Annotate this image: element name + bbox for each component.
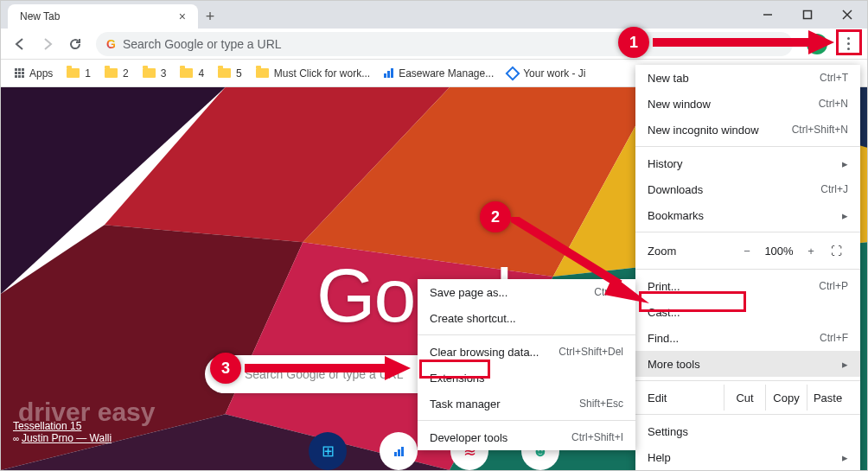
- submenu-create-shortcut[interactable]: Create shortcut...: [418, 305, 635, 331]
- toolbar: G Search Google or type a URL S: [1, 29, 867, 60]
- zoom-value: 100%: [760, 245, 798, 258]
- menu-more-tools[interactable]: More tools▸: [635, 351, 860, 377]
- forward-button[interactable]: [35, 32, 60, 56]
- menu-new-incognito[interactable]: New incognito windowCtrl+Shift+N: [635, 117, 860, 143]
- menu-label: Developer tools: [430, 431, 507, 444]
- menu-new-window[interactable]: New windowCtrl+N: [635, 91, 860, 117]
- submenu-dev-tools[interactable]: Developer toolsCtrl+Shift+I: [418, 424, 635, 450]
- menu-shortcut: Ctrl+J: [820, 183, 848, 195]
- folder-icon: [256, 68, 269, 78]
- shortcut-item[interactable]: ⊞: [309, 432, 347, 470]
- more-tools-submenu: Save page as...Ctrl+S Create shortcut...…: [418, 279, 635, 450]
- close-tab-icon[interactable]: ×: [179, 10, 186, 23]
- bookmark-folder[interactable]: 4: [175, 64, 209, 83]
- fullscreen-button[interactable]: ⛶: [824, 245, 848, 258]
- folder-label: 3: [161, 67, 167, 80]
- submenu-task-manager[interactable]: Task managerShift+Esc: [418, 391, 635, 417]
- folder-icon: [218, 68, 231, 78]
- annotation-step-1: 1: [618, 27, 649, 58]
- bookmark-item[interactable]: Your work - Ji: [502, 64, 590, 83]
- menu-cast[interactable]: Cast...: [635, 299, 860, 325]
- apps-button[interactable]: Apps: [10, 64, 58, 83]
- menu-label: Bookmarks: [648, 209, 704, 222]
- submenu-extensions[interactable]: Extensions: [418, 365, 635, 391]
- menu-print[interactable]: Print...Ctrl+P: [635, 273, 860, 299]
- bookmark-folder[interactable]: 5: [213, 64, 247, 83]
- ntp-search-placeholder: Search Google or type a URL: [245, 367, 404, 381]
- omnibox[interactable]: G Search Google or type a URL: [96, 32, 793, 56]
- folder-icon: [143, 68, 156, 78]
- copy-button[interactable]: Copy: [765, 385, 807, 411]
- paste-button[interactable]: Paste: [807, 385, 848, 411]
- bookmark-folder[interactable]: 3: [137, 64, 172, 83]
- menu-shortcut: Ctrl+Shift+N: [792, 124, 848, 136]
- cut-button[interactable]: Cut: [724, 385, 765, 411]
- folder-icon: [67, 68, 80, 78]
- menu-label: Save page as...: [430, 286, 507, 299]
- zoom-label: Zoom: [648, 245, 734, 258]
- tab-new-tab[interactable]: New Tab ×: [8, 4, 198, 29]
- apps-label: Apps: [29, 67, 53, 80]
- menu-edit-row: Edit Cut Copy Paste: [635, 385, 860, 411]
- menu-new-tab[interactable]: New tabCtrl+T: [635, 65, 860, 91]
- menu-shortcut: Ctrl+F: [820, 332, 848, 344]
- menu-shortcut: Ctrl+S: [594, 286, 623, 298]
- chrome-main-menu: New tabCtrl+T New windowCtrl+N New incog…: [635, 65, 860, 471]
- google-g-icon: G: [106, 37, 116, 51]
- back-button[interactable]: [8, 32, 32, 56]
- folder-icon: [180, 68, 193, 78]
- chart-icon: [384, 68, 393, 78]
- menu-label: Task manager: [430, 398, 501, 411]
- annotation-step-2: 2: [480, 201, 511, 232]
- menu-label: New incognito window: [648, 124, 759, 137]
- menu-downloads[interactable]: DownloadsCtrl+J: [635, 176, 860, 202]
- wallpaper-credit: Tessellation 15 ∞ Justin Prno — Walli: [13, 420, 112, 444]
- menu-help[interactable]: Help▸: [635, 444, 860, 470]
- apps-icon: [15, 68, 24, 78]
- wallpaper-author[interactable]: Justin Prno — Walli: [22, 432, 112, 444]
- menu-label: Find...: [648, 332, 679, 345]
- edit-label: Edit: [648, 391, 724, 404]
- bookmark-folder[interactable]: 1: [61, 64, 96, 83]
- menu-shortcut: Ctrl+T: [820, 72, 848, 84]
- submenu-save-page[interactable]: Save page as...Ctrl+S: [418, 279, 635, 305]
- folder-label: 2: [123, 67, 129, 80]
- bookmark-folder[interactable]: Must Click for work...: [251, 64, 375, 83]
- menu-label: Create shortcut...: [430, 312, 516, 325]
- new-tab-button[interactable]: +: [198, 4, 222, 29]
- omnibox-placeholder: Search Google or type a URL: [123, 37, 282, 51]
- menu-history[interactable]: History▸: [635, 150, 860, 176]
- menu-shortcut: Ctrl+Shift+I: [571, 431, 623, 443]
- bookmark-item[interactable]: Easeware Manage...: [379, 64, 499, 83]
- close-window-button[interactable]: [827, 1, 867, 29]
- menu-shortcut: Shift+Esc: [579, 398, 623, 410]
- shortcut-item[interactable]: [380, 432, 418, 470]
- menu-label: Clear browsing data...: [430, 346, 539, 359]
- chevron-right-icon: ▸: [842, 451, 848, 464]
- folder-label: 1: [85, 67, 91, 80]
- menu-label: Settings: [648, 425, 688, 438]
- chevron-right-icon: ▸: [842, 157, 848, 170]
- chrome-menu-button[interactable]: [836, 32, 860, 56]
- bookmark-label: Easeware Manage...: [399, 67, 494, 80]
- folder-icon: [105, 68, 118, 78]
- submenu-clear-browsing[interactable]: Clear browsing data...Ctrl+Shift+Del: [418, 339, 635, 365]
- bookmark-folder[interactable]: 2: [99, 64, 134, 83]
- wallpaper-title[interactable]: Tessellation 15: [13, 420, 81, 432]
- tab-title: New Tab: [20, 10, 60, 22]
- tab-strip: New Tab × +: [1, 1, 867, 29]
- menu-bookmarks[interactable]: Bookmarks▸: [635, 202, 860, 228]
- menu-label: Extensions: [430, 372, 485, 385]
- profile-avatar[interactable]: S: [807, 34, 827, 54]
- bookmark-label: Your work - Ji: [523, 67, 585, 80]
- chevron-right-icon: ▸: [842, 209, 848, 222]
- menu-shortcut: Ctrl+P: [819, 280, 848, 292]
- reload-button[interactable]: [63, 32, 87, 56]
- maximize-button[interactable]: [788, 1, 827, 29]
- kebab-icon: [847, 37, 850, 50]
- menu-settings[interactable]: Settings: [635, 418, 860, 444]
- menu-find[interactable]: Find...Ctrl+F: [635, 325, 860, 351]
- zoom-in-button[interactable]: +: [798, 245, 824, 258]
- zoom-out-button[interactable]: −: [734, 245, 760, 258]
- minimize-button[interactable]: [748, 1, 788, 29]
